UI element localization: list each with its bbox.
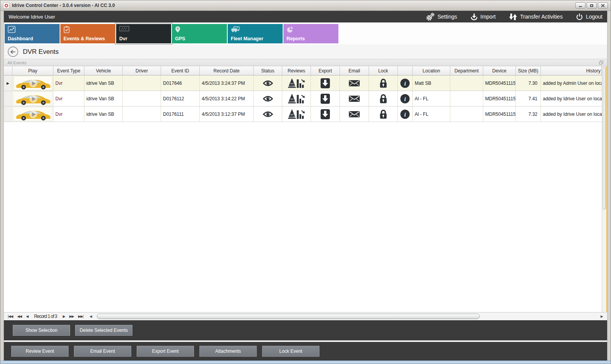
- location: Matt SB: [413, 76, 450, 91]
- status-eye-icon[interactable]: [263, 80, 273, 86]
- export-icon[interactable]: [320, 78, 330, 89]
- header-email[interactable]: Email: [340, 66, 369, 75]
- header-location[interactable]: Location: [413, 66, 450, 75]
- status-eye-icon[interactable]: [263, 111, 273, 117]
- minimize-button[interactable]: [575, 2, 585, 9]
- event-id: D0176112: [161, 91, 200, 106]
- header-driver[interactable]: Driver: [123, 66, 161, 75]
- tile-dvr[interactable]: Dvr: [116, 24, 171, 43]
- close-icon: [601, 4, 605, 7]
- last-record-button[interactable]: ▶▶|: [78, 314, 83, 318]
- lock-event-button[interactable]: Lock Event: [262, 346, 319, 357]
- email-icon[interactable]: [348, 95, 360, 103]
- tile-gps[interactable]: GPS: [172, 24, 227, 43]
- vertical-scrollbar[interactable]: [602, 66, 606, 312]
- header-reviews[interactable]: Reviews: [282, 66, 311, 75]
- status-eye-icon[interactable]: [263, 96, 273, 102]
- header-device[interactable]: Device: [483, 66, 516, 75]
- review-event-button[interactable]: Review Event: [11, 346, 69, 357]
- event-type: Dvr: [55, 96, 63, 101]
- maximize-button[interactable]: [587, 2, 597, 9]
- transfer-arrows-icon: [509, 13, 517, 21]
- play-thumbnail[interactable]: [14, 76, 52, 90]
- header-event-type[interactable]: Event Type: [53, 66, 84, 75]
- next-page-button[interactable]: ▶▶: [69, 314, 74, 318]
- history: added by Admin User on loca: [541, 76, 602, 91]
- play-thumbnail[interactable]: [14, 107, 52, 121]
- vertical-scrollbar-thumb[interactable]: [603, 67, 606, 209]
- table-row[interactable]: ▶ Dvr idrive Van SB D017646 4/5/2013 3:2…: [4, 76, 602, 91]
- history: added by Idrive User on loca: [541, 91, 602, 106]
- scroll-right-icon[interactable]: ▶: [598, 314, 606, 318]
- tab-all-events[interactable]: All Events: [7, 60, 26, 65]
- power-icon: [576, 13, 583, 21]
- pager-bar: |◀◀ ◀◀ ◀ Record 1 of 3 ▶ ▶▶ ▶▶| ◀ ▶: [4, 312, 607, 320]
- header-size[interactable]: Size (MB): [516, 66, 541, 75]
- import-label: Import: [481, 14, 496, 20]
- tile-events-reviews[interactable]: Events & Reviews: [60, 24, 115, 43]
- export-icon[interactable]: [320, 93, 330, 104]
- header-info[interactable]: [398, 66, 413, 75]
- info-icon[interactable]: [400, 78, 410, 88]
- title-bar: Idrive Control Center - 3.0.4 version - …: [0, 0, 611, 11]
- tile-gps-label: GPS: [175, 36, 185, 41]
- import-button[interactable]: Import: [470, 13, 496, 21]
- reviews-score-icon[interactable]: [288, 77, 306, 89]
- tile-fleet-manager[interactable]: Fleet Manager: [228, 24, 283, 43]
- email-icon[interactable]: [348, 110, 360, 118]
- header-lock[interactable]: Lock: [369, 66, 398, 75]
- size-mb: 7.30: [516, 76, 541, 91]
- lock-icon[interactable]: [379, 93, 388, 104]
- horizontal-scrollbar-track[interactable]: [94, 312, 598, 320]
- header-department[interactable]: Department: [450, 66, 483, 75]
- back-button[interactable]: [8, 46, 18, 57]
- header-history[interactable]: History: [541, 66, 602, 75]
- next-record-button[interactable]: ▶: [63, 314, 65, 318]
- page-header: DVR Events: [4, 45, 607, 59]
- email-icon[interactable]: [348, 79, 360, 87]
- header-status[interactable]: Status: [254, 66, 282, 75]
- header-export[interactable]: Export: [311, 66, 340, 75]
- lock-icon[interactable]: [379, 109, 388, 120]
- scroll-left-icon[interactable]: ◀: [87, 314, 94, 318]
- prev-record-button[interactable]: ◀: [26, 314, 28, 318]
- close-button[interactable]: [598, 2, 608, 9]
- export-icon[interactable]: [320, 109, 330, 120]
- selection-panel: Show Selection Delete Selected Events: [4, 320, 607, 340]
- tile-reports[interactable]: Reports: [283, 24, 338, 43]
- header-record-date[interactable]: Record Date: [200, 66, 254, 75]
- email-event-button[interactable]: Email Event: [74, 346, 131, 357]
- info-icon[interactable]: [400, 94, 410, 104]
- tile-dashboard[interactable]: Dashboard: [5, 24, 60, 43]
- lock-icon[interactable]: [379, 78, 388, 89]
- header-selector: [4, 66, 12, 75]
- settings-button[interactable]: Settings: [426, 12, 457, 21]
- event-action-panel: Review Event Email Event Export Event At…: [4, 342, 607, 361]
- window-title: Idrive Control Center - 3.0.4 version - …: [12, 3, 115, 8]
- show-selection-button[interactable]: Show Selection: [13, 325, 70, 336]
- location: Al - FL: [413, 106, 450, 122]
- table-row[interactable]: Dvr idrive Van SB D0176111 4/5/2013 3:12…: [4, 106, 602, 122]
- first-record-button[interactable]: |◀◀: [8, 314, 13, 318]
- restore-panel-icon[interactable]: [599, 59, 604, 66]
- play-thumbnail[interactable]: [14, 91, 52, 106]
- logout-button[interactable]: Logout: [576, 13, 602, 21]
- header-event-id[interactable]: Event ID: [161, 66, 200, 75]
- info-icon[interactable]: [400, 109, 410, 119]
- reviews-score-icon[interactable]: [288, 108, 306, 120]
- header-vehicle[interactable]: Vehicle: [84, 66, 123, 75]
- export-event-button[interactable]: Export Event: [137, 346, 194, 357]
- prev-page-button[interactable]: ◀◀: [17, 314, 22, 318]
- transfer-activities-button[interactable]: Transfer Activities: [509, 13, 563, 21]
- location: Al - FL: [413, 91, 450, 106]
- horizontal-scrollbar-thumb[interactable]: [97, 314, 480, 319]
- attachments-button[interactable]: Attachments: [199, 346, 257, 357]
- record-date: 4/5/2013 3:12:37 PM: [200, 106, 254, 122]
- table-row[interactable]: Dvr idrive Van SB D0176112 4/5/2013 3:14…: [4, 91, 602, 106]
- reviews-score-icon[interactable]: [288, 93, 306, 105]
- header-play[interactable]: Play: [12, 66, 53, 75]
- delete-selected-events-button[interactable]: Delete Selected Events: [75, 325, 132, 336]
- tile-fleet-manager-label: Fleet Manager: [231, 36, 263, 41]
- maximize-icon: [590, 4, 593, 7]
- driver: [123, 91, 161, 106]
